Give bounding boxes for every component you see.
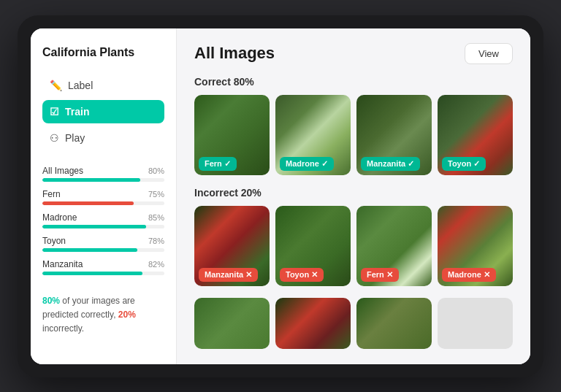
image-tag: Manzanita ✓	[361, 157, 420, 171]
stat-fern: Fern 75%	[42, 189, 164, 205]
view-button[interactable]: View	[465, 43, 513, 64]
image-tag: Fern ✕	[361, 268, 399, 282]
image-tag: Madrone ✕	[442, 268, 496, 282]
image-tag: Madrone ✓	[280, 157, 334, 171]
sidebar-item-train[interactable]: ☑ Train	[42, 100, 164, 123]
image-card[interactable]: Manzanita ✕	[194, 206, 270, 286]
stat-toyon: Toyon 78%	[42, 236, 164, 252]
sidebar: California Plants ✏️ Label ☑ Train ⚇ Pla…	[31, 28, 177, 364]
sidebar-item-label[interactable]: ✏️ Label	[42, 74, 164, 97]
correct-image-grid: Fern ✓ Madrone ✓ Manzanita ✓ Toyon ✓	[194, 95, 513, 175]
correct-section-label: Correct 80%	[194, 76, 513, 88]
play-icon: ⚇	[50, 132, 59, 144]
summary-text: 80% of your images are predicted correct…	[42, 294, 164, 337]
image-card[interactable]: Fern ✓	[194, 95, 270, 175]
stats-section: All Images 80% Fern 75% Madrone	[42, 166, 164, 283]
image-card[interactable]: Madrone ✕	[438, 206, 513, 286]
image-card[interactable]: Fern ✕	[356, 206, 432, 286]
stat-manzanita: Manzanita 82%	[42, 259, 164, 275]
stat-madrone: Madrone 85%	[42, 212, 164, 228]
image-card[interactable]	[194, 298, 270, 349]
image-card[interactable]: Toyon ✓	[438, 95, 513, 175]
main-content: All Images View Correct 80% Fern ✓ Madro…	[177, 28, 530, 364]
screen: California Plants ✏️ Label ☑ Train ⚇ Pla…	[31, 28, 530, 364]
incorrect-image-grid: Manzanita ✕ Toyon ✕ Fern ✕ Madrone ✕	[194, 206, 513, 286]
device-frame: California Plants ✏️ Label ☑ Train ⚇ Pla…	[18, 15, 543, 377]
image-card[interactable]	[356, 298, 432, 349]
bottom-image-grid	[194, 298, 513, 349]
image-card[interactable]: Toyon ✕	[275, 206, 351, 286]
image-tag: Toyon ✓	[442, 157, 486, 171]
image-tag: Toyon ✕	[280, 268, 324, 282]
image-card-empty	[438, 298, 513, 349]
page-title: All Images	[194, 44, 275, 63]
app-title: California Plants	[42, 46, 164, 59]
label-icon: ✏️	[50, 80, 62, 91]
image-card[interactable]: Madrone ✓	[275, 95, 351, 175]
incorrect-section-label: Incorrect 20%	[194, 187, 513, 199]
train-check-icon: ☑	[50, 106, 59, 118]
main-header: All Images View	[194, 43, 513, 64]
image-card[interactable]	[275, 298, 351, 349]
image-card[interactable]: Manzanita ✓	[356, 95, 432, 175]
image-tag: Fern ✓	[199, 157, 237, 171]
image-tag: Manzanita ✕	[199, 268, 258, 282]
stat-all-images: All Images 80%	[42, 166, 164, 182]
sidebar-item-play[interactable]: ⚇ Play	[42, 126, 164, 150]
